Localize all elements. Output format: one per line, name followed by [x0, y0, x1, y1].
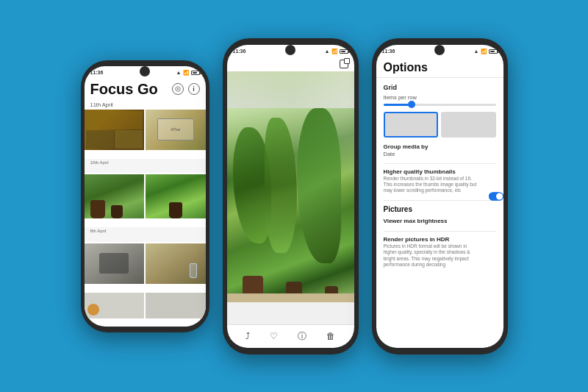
grid-section: Grid Items per row [384, 84, 496, 138]
options-body: Grid Items per row [376, 78, 503, 348]
viewer-brightness-title: Viewer max brightness [384, 218, 493, 224]
toggle-knob-3 [496, 193, 503, 199]
photo-cell-7[interactable] [85, 293, 145, 318]
higher-quality-title: Higher quality thumbnails [384, 168, 493, 175]
grid-section-title: Grid [384, 84, 496, 91]
wifi-icon3: 📶 [481, 49, 487, 54]
signal-icon3: ▲ [474, 49, 479, 54]
plant-pots [227, 215, 354, 302]
higher-quality-row: Higher quality thumbnails Render thumbna… [384, 168, 496, 194]
date-label-3: 8th April [85, 227, 206, 241]
window-sill [227, 293, 354, 302]
signal-icon2: ▲ [325, 49, 330, 54]
photo-cell-3[interactable] [85, 174, 145, 218]
pictures-section: Pictures Viewer max brightness [384, 205, 496, 268]
phone2-status-icons: ▲ 📶 [325, 49, 348, 54]
photo-cell-4[interactable] [146, 174, 206, 218]
phone2-notch [285, 45, 295, 55]
hdr-row: Render pictures in HDR Pictures in HDR f… [384, 236, 496, 268]
divider-3 [384, 231, 496, 232]
phone-gallery: 11:36 ▲ 📶 Focus Go [81, 60, 209, 332]
battery-icon3 [489, 49, 498, 54]
grid-preview-cell-1[interactable] [384, 112, 439, 138]
date-label-2: 10th April [85, 159, 206, 173]
group-media-value: Date [384, 151, 496, 157]
hdr-title: Render pictures in HDR [384, 236, 493, 243]
photo-cell-8[interactable] [146, 293, 206, 318]
viewer-main-image[interactable] [227, 108, 354, 302]
phone3-screen: 11:36 ▲ 📶 Options Grid [376, 45, 503, 348]
delete-icon[interactable]: 🗑 [326, 331, 335, 341]
hdr-toggle[interactable] [489, 192, 503, 200]
options-header: Options [376, 57, 503, 78]
viewer-brightness-row: Viewer max brightness [384, 218, 496, 225]
grid-preview [384, 112, 496, 138]
phone3-notch [434, 45, 445, 55]
higher-quality-inner: Higher quality thumbnails Render thumbna… [384, 168, 496, 194]
date-label-1: 11th April [85, 100, 206, 110]
phone1-notch [140, 66, 150, 76]
phone1-app-header: Focus Go i [85, 78, 206, 100]
battery-icon2 [340, 49, 348, 54]
viewer-bottom-bar: ⤴ ♡ ⓘ 🗑 [227, 324, 354, 348]
photo-cell-2[interactable]: ATfue [146, 110, 206, 150]
svg-point-0 [177, 88, 179, 90]
phone1-status-icons: ▲ 📶 [176, 70, 200, 76]
phones-container: 11:36 ▲ 📶 Focus Go [0, 0, 588, 392]
hdr-desc: Pictures in HDR format will be shown in … [384, 243, 493, 268]
viewer-brightness-inner: Viewer max brightness [384, 218, 496, 225]
phone2-time: 11:36 [233, 49, 246, 54]
phone1-header-icons: i [172, 83, 200, 95]
higher-quality-text: Higher quality thumbnails Render thumbna… [384, 168, 493, 194]
group-media-title: Group media by [384, 143, 496, 150]
signal-icon: ▲ [176, 70, 182, 75]
viewer-brightness-text: Viewer max brightness [384, 218, 493, 225]
phone-options: 11:36 ▲ 📶 Options Grid [372, 38, 508, 354]
photo-cell-6[interactable] [146, 243, 206, 284]
viewer-spacer [227, 302, 354, 324]
share-icon[interactable]: ⤴ [245, 331, 250, 341]
expand-icon[interactable] [340, 60, 348, 68]
items-per-row-slider[interactable] [384, 104, 496, 106]
wifi-icon: 📶 [183, 70, 190, 76]
phone2-screen: 11:36 ▲ 📶 [227, 45, 354, 348]
wifi-icon2: 📶 [331, 49, 338, 54]
divider-2 [384, 200, 496, 201]
viewer-window-top [227, 71, 354, 108]
info-bottom-icon[interactable]: ⓘ [298, 330, 306, 343]
phone1-screen: 11:36 ▲ 📶 Focus Go [85, 66, 206, 327]
favorite-icon[interactable]: ♡ [270, 331, 278, 341]
phone1-time: 11:36 [90, 70, 104, 75]
hdr-text: Render pictures in HDR Pictures in HDR f… [384, 236, 493, 268]
hdr-inner: Render pictures in HDR Pictures in HDR f… [384, 236, 496, 268]
info-icon[interactable]: i [188, 83, 200, 95]
group-media-row: Group media by Date [384, 143, 496, 157]
plant-photo [227, 108, 354, 302]
slider-track [384, 104, 496, 106]
app-title: Focus Go [90, 81, 158, 97]
divider-1 [384, 163, 496, 164]
battery-icon [191, 71, 200, 75]
grid-preview-cell-2[interactable] [441, 112, 496, 138]
photo-grid: ATfue 10th April 8th April [85, 110, 206, 327]
higher-quality-desc: Render thumbnails in 32-bit instead of 1… [384, 176, 493, 194]
phone3-time: 11:36 [382, 49, 395, 54]
phone-viewer: 11:36 ▲ 📶 [223, 38, 359, 354]
phone3-status-icons: ▲ 📶 [474, 49, 498, 54]
photo-cell-1[interactable] [85, 110, 145, 150]
options-title: Options [384, 61, 428, 74]
viewer-header [227, 57, 354, 71]
items-per-row-label: Items per row [384, 94, 496, 101]
settings-icon[interactable] [172, 83, 184, 95]
slider-thumb[interactable] [408, 101, 415, 108]
pictures-section-title: Pictures [384, 205, 496, 213]
photo-cell-5[interactable] [85, 243, 145, 284]
